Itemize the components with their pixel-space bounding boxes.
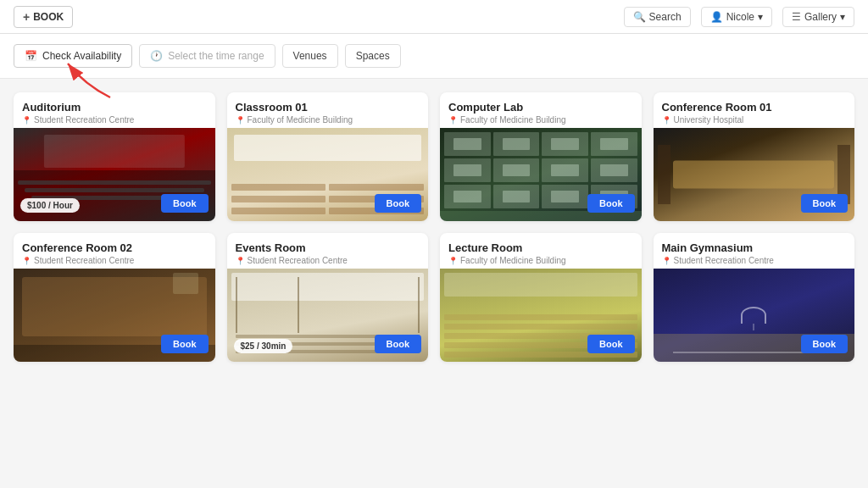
card-image-wrap: Book [654,128,855,221]
card-location: Faculty of Medicine Building [448,256,633,265]
room-card-auditorium: Auditorium Student Recreation Centre $10… [14,92,215,221]
card-info: Events Room Student Recreation Centre [227,233,429,269]
toolbar: 📅 Check Availability 🕐 Select the time r… [0,34,868,79]
book-button[interactable]: + BOOK [14,6,73,28]
room-card-computer-lab: Computer Lab Faculty of Medicine Buildin… [440,92,642,221]
user-label: Nicole [726,11,754,23]
card-image-wrap: $25 / 30min Book [227,269,429,362]
room-card-main-gymnasium: Main Gymnasium Student Recreation Centre… [654,233,855,362]
room-card-conference-room-02: Conference Room 02 Student Recreation Ce… [14,233,215,362]
gallery-button[interactable]: ☰ Gallery ▾ [782,7,854,27]
book-room-button[interactable]: Book [375,335,422,353]
spaces-filter-button[interactable]: Spaces [345,44,401,68]
header-left: + BOOK [14,6,73,28]
room-card-classroom01: Classroom 01 Faculty of Medicine Buildin… [227,92,429,221]
gallery-icon: ☰ [792,11,801,23]
card-location: Student Recreation Centre [662,256,847,265]
card-info: Auditorium Student Recreation Centre [14,92,215,128]
book-room-button[interactable]: Book [375,194,422,213]
card-location: Student Recreation Centre [22,115,207,125]
room-card-lecture-room: Lecture Room Faculty of Medicine Buildin… [440,233,642,362]
card-info: Main Gymnasium Student Recreation Centre [654,233,855,269]
user-menu-button[interactable]: 👤 Nicole ▾ [701,7,772,27]
gallery-label: Gallery [804,11,837,23]
card-title: Classroom 01 [236,101,420,114]
card-image-wrap: $100 / Hour Book [14,128,215,221]
clock-icon: 🕐 [150,50,163,62]
search-label: Search [649,11,682,23]
book-label: BOOK [33,11,64,23]
price-badge: $100 / Hour [20,198,80,213]
book-room-button[interactable]: Book [801,335,849,353]
book-room-button[interactable]: Book [801,194,849,213]
card-info: Lecture Room Faculty of Medicine Buildin… [440,233,642,269]
user-icon: 👤 [710,11,723,23]
card-title: Auditorium [22,101,207,114]
card-info: Conference Room 02 Student Recreation Ce… [14,233,215,269]
card-title: Events Room [236,241,420,254]
card-title: Lecture Room [448,241,633,254]
venues-filter-button[interactable]: Venues [282,44,338,68]
chevron-down-icon: ▾ [758,11,763,23]
card-image-wrap: Book [440,269,642,362]
card-location: University Hospital [662,115,847,125]
card-image-wrap: Book [227,128,429,221]
card-location: Student Recreation Centre [22,256,207,265]
room-card-conference-room-01: Conference Room 01 University Hospital B… [654,92,855,221]
header: + BOOK 🔍 Search 👤 Nicole ▾ ☰ Gallery ▾ [0,0,868,34]
card-image-wrap: Book [654,269,855,362]
card-location: Student Recreation Centre [236,256,420,265]
card-location: Faculty of Medicine Building [236,115,420,125]
book-room-button[interactable]: Book [161,194,209,213]
plus-icon: + [23,10,30,24]
room-grid: Auditorium Student Recreation Centre $10… [0,79,868,375]
card-location: Faculty of Medicine Building [448,115,633,125]
card-title: Main Gymnasium [662,241,847,254]
header-right: 🔍 Search 👤 Nicole ▾ ☰ Gallery ▾ [624,7,854,27]
check-availability-button[interactable]: 📅 Check Availability [14,44,132,68]
search-icon: 🔍 [633,11,646,23]
book-room-button[interactable]: Book [161,335,209,353]
card-image-wrap: Book [14,269,215,362]
card-title: Conference Room 01 [662,101,847,114]
book-room-button[interactable]: Book [587,335,635,353]
room-card-events-room: Events Room Student Recreation Centre $2 [227,233,429,362]
card-info: Computer Lab Faculty of Medicine Buildin… [440,92,642,128]
calendar-icon: 📅 [25,50,37,62]
card-title: Conference Room 02 [22,241,207,254]
time-range-label: Select the time range [168,50,264,62]
chevron-down-icon: ▾ [840,11,845,23]
card-info: Classroom 01 Faculty of Medicine Buildin… [227,92,429,128]
venues-label: Venues [293,50,327,62]
card-title: Computer Lab [448,101,633,114]
card-info: Conference Room 01 University Hospital [654,92,855,128]
book-room-button[interactable]: Book [587,194,635,213]
card-image-wrap: Book [440,128,642,221]
check-availability-label: Check Availability [42,50,121,62]
time-range-button[interactable]: 🕐 Select the time range [139,44,275,68]
price-badge: $25 / 30min [234,339,293,353]
spaces-label: Spaces [356,50,390,62]
search-button[interactable]: 🔍 Search [624,7,691,27]
